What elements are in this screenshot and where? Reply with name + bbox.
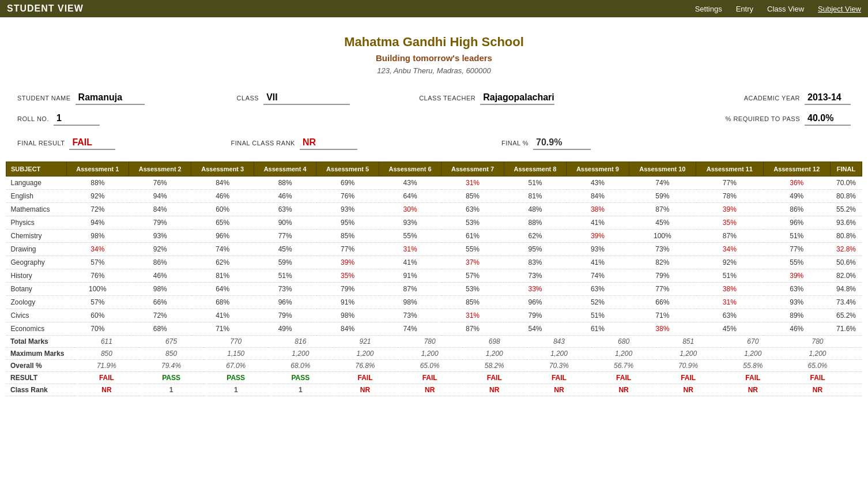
a4-cell: 49% — [254, 322, 316, 336]
header: STUDENT VIEW Settings Entry Class View S… — [0, 0, 868, 17]
col-a1: Assessment 1 — [66, 162, 129, 176]
a11-cell: 63% — [696, 309, 763, 322]
a2-cell: 98% — [129, 283, 191, 296]
a2-cell: 68% — [129, 322, 191, 336]
a3-cell: 46% — [191, 190, 254, 203]
summary-cell: 1 — [139, 384, 203, 396]
a1-cell: 94% — [66, 216, 129, 230]
nav-settings[interactable]: Settings — [695, 5, 722, 13]
a1-cell: 57% — [66, 256, 129, 269]
a6-cell: 87% — [379, 283, 441, 296]
a8-cell: 88% — [504, 216, 566, 230]
a11-cell: 77% — [696, 176, 763, 190]
a11-cell: 45% — [696, 322, 763, 336]
a11-cell: 38% — [696, 283, 763, 296]
a2-cell: 94% — [129, 190, 191, 203]
table-row: Mathematics72%84%60%63%93%30%63%48%38%87… — [6, 203, 862, 216]
a6-cell: 30% — [379, 203, 441, 216]
col-a8: Assessment 8 — [504, 162, 566, 176]
a6-cell: 64% — [379, 190, 441, 203]
summary-cell: 611 — [74, 336, 139, 348]
a4-cell: 88% — [254, 176, 316, 190]
a12-cell: 77% — [763, 243, 830, 256]
summary-row: Maximum Marks8508501,1501,2001,2001,2001… — [6, 348, 862, 360]
a5-cell: 77% — [316, 243, 379, 256]
col-a12: Assessment 12 — [763, 162, 830, 176]
school-name: Mahatma Gandhi High School — [0, 35, 868, 50]
summary-cell: 1,200 — [785, 348, 850, 360]
a9-cell: 61% — [567, 322, 629, 336]
a7-cell: 87% — [441, 322, 504, 336]
a8-cell: 48% — [504, 203, 566, 216]
summary-row-label: RESULT — [6, 372, 74, 384]
a3-cell: 60% — [191, 203, 254, 216]
a8-cell: 54% — [504, 322, 566, 336]
summary-cell: 680 — [591, 336, 656, 348]
summary-cell: 70.9% — [656, 360, 720, 372]
summary-cell: 843 — [527, 336, 591, 348]
summary-cell: 850 — [74, 348, 139, 360]
a9-cell: 84% — [567, 190, 629, 203]
summary-final-cell — [850, 384, 862, 396]
summary-cell: FAIL — [462, 372, 527, 384]
a12-cell: 63% — [763, 283, 830, 296]
a9-cell: 41% — [567, 216, 629, 230]
col-final: FINAL — [830, 162, 862, 176]
a4-cell: 77% — [254, 230, 316, 243]
a10-cell: 77% — [629, 283, 696, 296]
student-name-value: Ramanuja — [76, 92, 145, 105]
summary-cell: 55.8% — [720, 360, 785, 372]
a9-cell: 63% — [567, 283, 629, 296]
a11-cell: 92% — [696, 256, 763, 269]
a7-cell: 31% — [441, 176, 504, 190]
summary-cell: NR — [74, 384, 139, 396]
a2-cell: 93% — [129, 230, 191, 243]
teacher-label: CLASS TEACHER — [419, 95, 475, 102]
summary-cell: 1,200 — [591, 348, 656, 360]
a11-cell: 39% — [696, 203, 763, 216]
subject-cell: English — [6, 190, 67, 203]
student-info: STUDENT NAME Ramanuja CLASS VII CLASS TE… — [0, 81, 868, 132]
summary-cell: 67.0% — [203, 360, 268, 372]
roll-no-value: 1 — [54, 113, 100, 126]
col-a5: Assessment 5 — [316, 162, 379, 176]
summary-row-label: Maximum Marks — [6, 348, 74, 360]
a8-cell: 79% — [504, 309, 566, 322]
col-a9: Assessment 9 — [567, 162, 629, 176]
summary-cell: 58.2% — [462, 360, 527, 372]
subject-cell: Civics — [6, 309, 67, 322]
a6-cell: 31% — [379, 243, 441, 256]
a11-cell: 31% — [696, 296, 763, 309]
a12-cell: 46% — [763, 322, 830, 336]
summary-cell: 670 — [720, 336, 785, 348]
subject-cell: Geography — [6, 256, 67, 269]
final-cell: 94.8% — [830, 283, 862, 296]
a6-cell: 93% — [379, 216, 441, 230]
teacher-value: Rajagopalachari — [480, 92, 554, 105]
a5-cell: 84% — [316, 322, 379, 336]
final-cell: 80.8% — [830, 230, 862, 243]
summary-cell: 921 — [333, 336, 397, 348]
a5-cell: 39% — [316, 256, 379, 269]
a1-cell: 34% — [66, 243, 129, 256]
subject-cell: Zoology — [6, 296, 67, 309]
final-cell: 70.0% — [830, 176, 862, 190]
nav-class-view[interactable]: Class View — [767, 5, 804, 13]
summary-cell: 675 — [139, 336, 203, 348]
a3-cell: 64% — [191, 283, 254, 296]
nav-entry[interactable]: Entry — [736, 5, 753, 13]
col-a4: Assessment 4 — [254, 162, 316, 176]
summary-cell: FAIL — [656, 372, 720, 384]
final-cell: 93.6% — [830, 216, 862, 230]
final-cell: 50.6% — [830, 256, 862, 269]
a12-cell: 93% — [763, 296, 830, 309]
a7-cell: 31% — [441, 309, 504, 322]
summary-cell: 780 — [785, 336, 850, 348]
nav-subject-view[interactable]: Subject View — [818, 5, 861, 13]
a3-cell: 71% — [191, 322, 254, 336]
a3-cell: 84% — [191, 176, 254, 190]
final-cell: 55.2% — [830, 203, 862, 216]
summary-final-cell — [850, 372, 862, 384]
final-pct-label: FINAL % — [501, 140, 529, 147]
summary-cell: FAIL — [720, 372, 785, 384]
